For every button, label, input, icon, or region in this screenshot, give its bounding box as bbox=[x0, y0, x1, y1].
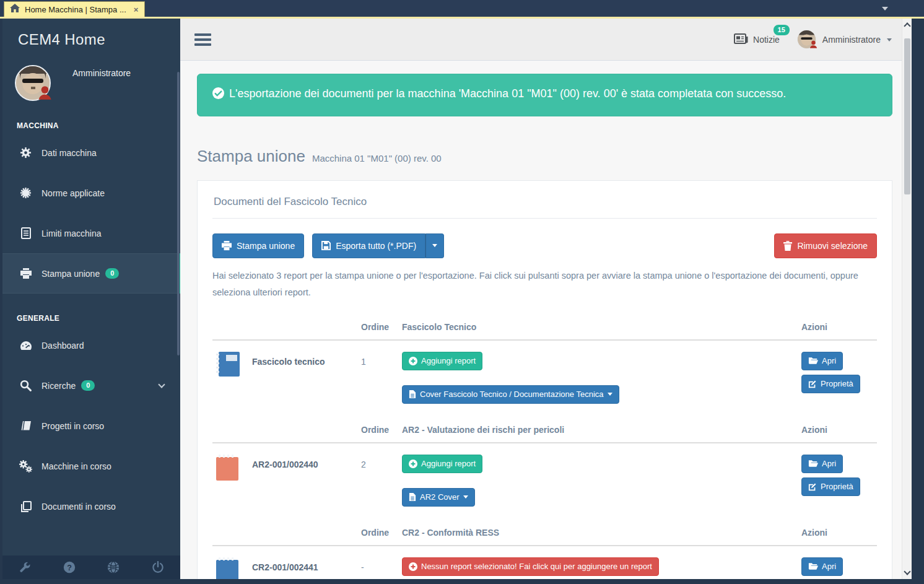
col-azioni: Azioni bbox=[801, 425, 877, 435]
report-dropdown-button[interactable]: AR2 Cover bbox=[402, 488, 475, 507]
user-menu[interactable]: Amministratore bbox=[797, 30, 892, 49]
sidebar-item-label: Limiti macchina bbox=[41, 229, 101, 238]
sidebar-item-label: Ricerche bbox=[41, 381, 76, 391]
sidebar-section-macchina: MACCHINA bbox=[17, 121, 180, 130]
sidebar-footer: ? bbox=[2, 556, 180, 579]
documents-panel: Documenti del Fascicolo Tecnico Stampa u… bbox=[197, 180, 892, 579]
apri-button[interactable]: Apri bbox=[801, 352, 843, 370]
chevron-down-icon bbox=[158, 381, 165, 388]
file-icon bbox=[409, 390, 416, 399]
top-header: Notizie 15 Am bbox=[180, 19, 902, 61]
user-status-icon bbox=[37, 84, 53, 103]
nessun-report-button[interactable]: Nessun report selezionato! Fai click qui… bbox=[402, 557, 659, 576]
document-icon bbox=[18, 227, 33, 239]
table-header: Ordine CR2 - Conformità RESS Azioni bbox=[212, 528, 877, 546]
alert-message: L'esportazione dei documenti per la macc… bbox=[229, 87, 786, 100]
rimuovi-selezione-button[interactable]: Rimuovi selezione bbox=[774, 233, 877, 258]
col-section-title: CR2 - Conformità RESS bbox=[402, 528, 801, 538]
sidebar-item-macchine-in-corso[interactable]: Macchine in corso bbox=[2, 446, 180, 486]
sidebar-item-label: Documenti in corso bbox=[41, 502, 116, 512]
esporta-tutto-button[interactable]: Esporta tutto (*.PDF) bbox=[312, 233, 425, 258]
save-icon bbox=[321, 241, 331, 250]
titlebar-dropdown-icon[interactable] bbox=[882, 7, 888, 11]
news-menu[interactable]: Notizie 15 bbox=[734, 33, 780, 46]
folder-open-icon bbox=[808, 460, 818, 468]
report-dropdown-button[interactable]: Cover Fascicolo Tecnico / Documentazione… bbox=[402, 385, 619, 404]
sidebar-item-progetti-in-corso[interactable]: Progetti in corso bbox=[2, 406, 180, 446]
aggiungi-report-button[interactable]: Aggiungi report bbox=[402, 352, 482, 370]
stampa-unione-badge: 0 bbox=[105, 268, 119, 279]
header-user-name: Amministratore bbox=[822, 35, 881, 45]
sidebar-item-label: Dati macchina bbox=[41, 148, 97, 158]
aggiungi-report-button[interactable]: Aggiungi report bbox=[402, 455, 482, 473]
notepad-icon bbox=[216, 560, 238, 579]
panel-divider bbox=[212, 218, 877, 219]
tab-title: Home Macchina | Stampa ... bbox=[25, 5, 126, 14]
check-circle-icon bbox=[212, 87, 224, 105]
help-icon[interactable]: ? bbox=[47, 556, 92, 579]
col-ordine: Ordine bbox=[361, 322, 402, 332]
apri-button[interactable]: Apri bbox=[801, 455, 843, 473]
app-brand: CEM4 Home bbox=[2, 19, 180, 48]
window-frame-bottom bbox=[0, 579, 924, 584]
scroll-up-icon[interactable] bbox=[904, 22, 910, 29]
sidebar-item-limiti-macchina[interactable]: Limiti macchina bbox=[2, 213, 180, 253]
edit-icon bbox=[808, 482, 817, 491]
esporta-dropdown-toggle[interactable] bbox=[425, 233, 444, 258]
caret-down-icon bbox=[608, 393, 612, 396]
page-title: Stampa unione bbox=[197, 147, 305, 166]
page-content: L'esportazione dei documenti per la macc… bbox=[180, 61, 902, 579]
sidebar-item-label: Macchine in corso bbox=[41, 461, 111, 471]
sidebar-item-ricerche[interactable]: Ricerche 0 bbox=[2, 365, 180, 406]
file-icon bbox=[409, 492, 416, 502]
search-icon bbox=[18, 380, 33, 391]
window-tab[interactable]: Home Macchina | Stampa ... × bbox=[4, 1, 145, 17]
vertical-scrollbar[interactable] bbox=[902, 19, 912, 579]
proprieta-button[interactable]: Proprietà bbox=[801, 375, 860, 393]
book-icon bbox=[18, 421, 33, 431]
table-header: Ordine AR2 - Valutazione dei rischi per … bbox=[212, 425, 877, 443]
col-ordine: Ordine bbox=[361, 528, 402, 538]
settings-wrench-icon[interactable] bbox=[2, 556, 47, 579]
globe-icon[interactable] bbox=[92, 556, 136, 579]
copy-icon bbox=[18, 501, 33, 512]
power-icon[interactable] bbox=[136, 556, 180, 579]
sidebar-item-dashboard[interactable]: Dashboard bbox=[2, 325, 180, 365]
notepad-icon bbox=[216, 457, 238, 481]
menu-toggle-icon[interactable] bbox=[194, 31, 211, 48]
stampa-unione-button[interactable]: Stampa unione bbox=[212, 233, 304, 258]
printer-icon bbox=[222, 241, 232, 251]
tab-close-icon[interactable]: × bbox=[134, 5, 139, 14]
dashboard-icon bbox=[18, 340, 33, 351]
esporta-tutto-split-button: Esporta tutto (*.PDF) bbox=[312, 233, 444, 258]
table-row: CR2-001/002441 - Nessun report seleziona… bbox=[212, 546, 877, 579]
scrollbar-thumb[interactable] bbox=[904, 38, 910, 194]
sidebar-item-norme-applicate[interactable]: Norme applicate bbox=[2, 173, 180, 213]
success-alert: L'esportazione dei documenti per la macc… bbox=[197, 74, 892, 116]
table-row: Fascicolo tecnico 1 Aggiungi report Cove… bbox=[212, 341, 877, 404]
sidebar-item-documenti-in-corso[interactable]: Documenti in corso bbox=[2, 486, 180, 526]
table-row: AR2-001/002440 2 Aggiungi report AR2 Cov… bbox=[212, 443, 877, 507]
sidebar-user-name: Amministratore bbox=[72, 68, 131, 101]
sidebar-item-dati-macchina[interactable]: Dati macchina bbox=[2, 133, 180, 173]
trash-icon bbox=[783, 241, 792, 251]
sidebar-scrollbar[interactable] bbox=[177, 72, 180, 355]
selection-info-text: Hai selezionato 3 report per la stampa u… bbox=[212, 268, 877, 301]
proprieta-button[interactable]: Proprietà bbox=[801, 477, 860, 496]
sidebar-item-label: Stampa unione bbox=[41, 269, 100, 279]
window-frame-right bbox=[912, 19, 924, 579]
col-azioni: Azioni bbox=[801, 528, 877, 538]
window-titlebar: Home Macchina | Stampa ... × bbox=[0, 0, 924, 17]
printer-icon bbox=[18, 268, 33, 279]
user-status-icon bbox=[809, 40, 818, 51]
folder-open-icon bbox=[808, 562, 818, 570]
apri-button[interactable]: Apri bbox=[801, 557, 843, 576]
col-ordine: Ordine bbox=[361, 425, 402, 435]
plus-circle-icon bbox=[409, 562, 417, 571]
sidebar-item-stampa-unione[interactable]: Stampa unione 0 bbox=[2, 253, 180, 294]
scroll-down-icon[interactable] bbox=[904, 568, 910, 575]
plus-circle-icon bbox=[409, 357, 417, 365]
gear-icon bbox=[18, 147, 33, 159]
col-section-title: Fascicolo Tecnico bbox=[402, 322, 801, 332]
sidebar-profile: Amministratore bbox=[2, 48, 180, 101]
